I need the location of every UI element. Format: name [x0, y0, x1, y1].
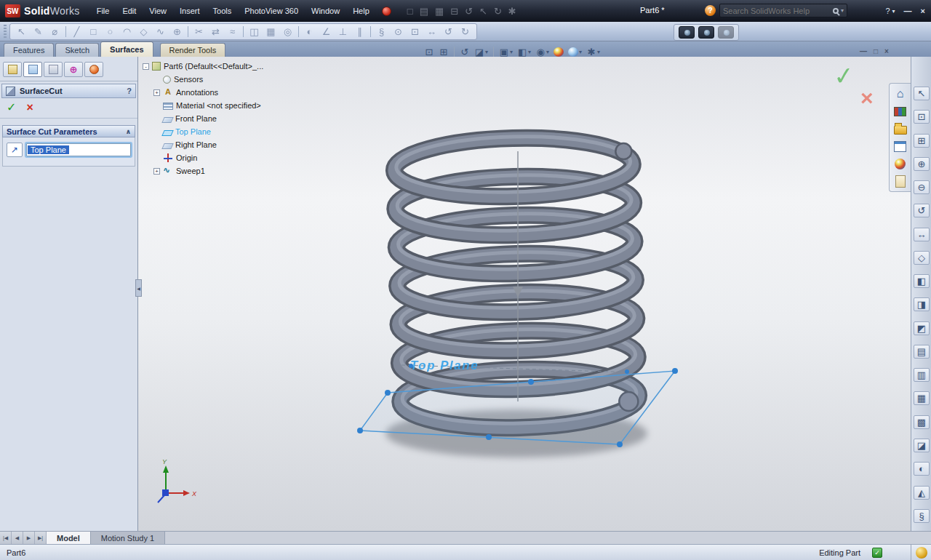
arc-icon[interactable]: ◠ [119, 24, 135, 39]
hidden-lines-visible-icon[interactable]: ▥ [914, 368, 930, 382]
shadows-icon[interactable]: ◐ [914, 462, 930, 476]
solidworks-flag-icon[interactable] [382, 7, 391, 16]
point-icon[interactable]: ⊕ [169, 24, 185, 39]
offset-entities-icon[interactable]: ≈ [224, 24, 241, 39]
measure-icon[interactable]: § [373, 24, 390, 39]
select-icon[interactable]: ↖ [479, 6, 487, 17]
featuremanager-tab[interactable] [3, 62, 22, 77]
doc-close-button[interactable]: × [884, 47, 889, 55]
add-relation-icon[interactable]: ⊥ [335, 24, 351, 39]
menu-item[interactable]: Help [346, 0, 376, 22]
shaded-with-edges-icon[interactable]: ▩ [914, 415, 930, 429]
new-document-icon[interactable]: □ [407, 6, 413, 17]
file-explorer-icon[interactable] [892, 121, 908, 136]
zoom-to-area-icon[interactable]: ⊞ [914, 134, 930, 148]
pan-icon[interactable]: ↔ [423, 24, 440, 39]
feature-tree-item[interactable]: Sensors [143, 73, 339, 86]
panel-collapse-button[interactable]: ◀ [135, 279, 142, 297]
apply-scene-icon[interactable]: ▾ [566, 47, 584, 57]
separator[interactable] [493, 47, 494, 57]
doc-tab-nav-button[interactable]: ▶ [23, 532, 35, 544]
section-view-icon[interactable]: ◪ [914, 439, 930, 452]
convert-entities-icon[interactable]: ⇄ [207, 24, 224, 39]
collapse-chevron-icon[interactable]: ∧ [126, 128, 131, 135]
record-video-icon[interactable] [698, 26, 714, 39]
normal-to-icon[interactable]: ◇ [914, 251, 930, 265]
zoom-to-fit-icon[interactable]: ⊡ [422, 45, 436, 58]
menu-item[interactable]: PhotoView 360 [238, 0, 305, 22]
mirror-entities-icon[interactable]: ◫ [246, 24, 263, 39]
commandmanager-tab[interactable]: Surfaces [100, 41, 153, 57]
rebuild-icon[interactable]: ↻ [494, 6, 502, 17]
options-icon[interactable]: ✱ [508, 6, 516, 17]
menu-item[interactable]: Window [305, 0, 346, 22]
feature-tree-item[interactable]: Top Plane [143, 125, 339, 138]
separator[interactable] [454, 47, 455, 57]
separator[interactable] [65, 26, 66, 37]
expand-toggle[interactable]: - [143, 63, 149, 70]
flip-cut-button[interactable]: ↗ [7, 143, 23, 157]
previous-view-icon[interactable]: ↺ [457, 45, 472, 58]
confirm-cancel-button[interactable]: × [860, 86, 874, 111]
menu-item[interactable]: View [143, 0, 173, 22]
doc-restore-button[interactable]: □ [874, 47, 878, 55]
feature-tree-item[interactable]: Front Plane [143, 112, 339, 125]
selection-field[interactable]: Top Plane [26, 143, 131, 156]
hide-show-items-icon[interactable]: ◉ ▾ [533, 45, 551, 58]
menu-item[interactable]: Insert [173, 0, 207, 22]
print-icon[interactable]: ⊟ [450, 6, 458, 17]
zoom-to-fit-icon[interactable]: ⊡ [914, 110, 930, 124]
feature-tree-item[interactable]: + Sweep1 [143, 164, 339, 177]
doc-minimize-button[interactable]: — [860, 47, 867, 55]
configurationmanager-tab[interactable] [44, 62, 63, 77]
search-icon[interactable] [833, 8, 839, 14]
sketch-icon[interactable]: ✎ [30, 24, 47, 39]
solidworks-resources-icon[interactable]: ⌂ [892, 87, 908, 101]
pan-icon[interactable]: ↔ [914, 228, 930, 241]
separator[interactable] [298, 26, 299, 37]
help-menu-button[interactable]: ?▾ [885, 7, 895, 15]
zoom-to-area-icon[interactable]: ⊞ [436, 45, 451, 58]
feature-tree-item[interactable]: + Annotations [143, 86, 339, 99]
commandmanager-tab[interactable]: Sketch [55, 43, 99, 57]
search-input[interactable] [723, 7, 831, 15]
design-library-icon[interactable] [892, 104, 908, 119]
image-capture-icon[interactable] [718, 26, 734, 39]
edit-appearance-icon[interactable] [551, 47, 566, 57]
dimxpertmanager-tab[interactable] [64, 62, 83, 77]
zoom-out-icon[interactable]: ⊖ [914, 180, 930, 194]
custom-properties-icon[interactable] [892, 174, 908, 188]
close-button[interactable]: × [921, 7, 925, 15]
solidworks-resources-icon[interactable] [916, 547, 927, 559]
top-view-icon[interactable]: ◩ [914, 321, 930, 335]
feature-tree-item[interactable]: Right Plane [143, 138, 339, 151]
expand-toggle[interactable]: + [153, 168, 160, 175]
displaymanager-tab[interactable] [84, 62, 103, 77]
commandmanager-tab[interactable]: Render Tools [160, 43, 226, 57]
separator[interactable] [370, 26, 371, 37]
menu-item[interactable]: Tools [207, 0, 239, 22]
hidden-lines-removed-icon[interactable]: ▦ [914, 391, 930, 405]
quick-tips-icon[interactable]: ✓ [872, 548, 882, 558]
front-view-icon[interactable]: ◧ [914, 274, 930, 288]
menu-item[interactable]: File [90, 0, 116, 22]
polygon-icon[interactable]: ◇ [135, 24, 152, 39]
separator[interactable] [188, 26, 188, 37]
doc-tab-nav-button[interactable]: |◀ [0, 532, 12, 544]
undo-icon[interactable]: ↺ [465, 6, 473, 17]
wireframe-icon[interactable]: ▤ [914, 345, 930, 359]
redo-icon[interactable]: ↻ [457, 24, 474, 39]
surface-cut-parameters-header[interactable]: Surface Cut Parameters ∧ [2, 125, 135, 137]
toolbar-grip[interactable] [4, 25, 7, 38]
smart-dimension-icon[interactable]: ⌀ [47, 24, 63, 39]
commandmanager-tab[interactable]: Features [4, 43, 54, 57]
trim-entities-icon[interactable]: ✂ [191, 24, 207, 39]
circle-icon[interactable]: ○ [102, 24, 119, 39]
section-view-icon[interactable]: ◪ ▾ [472, 45, 490, 58]
minimize-button[interactable]: — [904, 7, 912, 15]
propertymanager-tab[interactable] [23, 62, 42, 77]
cancel-button[interactable]: × [26, 103, 33, 113]
sketch-fillet-icon[interactable]: ◐ [301, 24, 318, 39]
zoom-in-icon[interactable]: ⊕ [914, 157, 930, 171]
appearances-icon[interactable] [892, 156, 908, 171]
